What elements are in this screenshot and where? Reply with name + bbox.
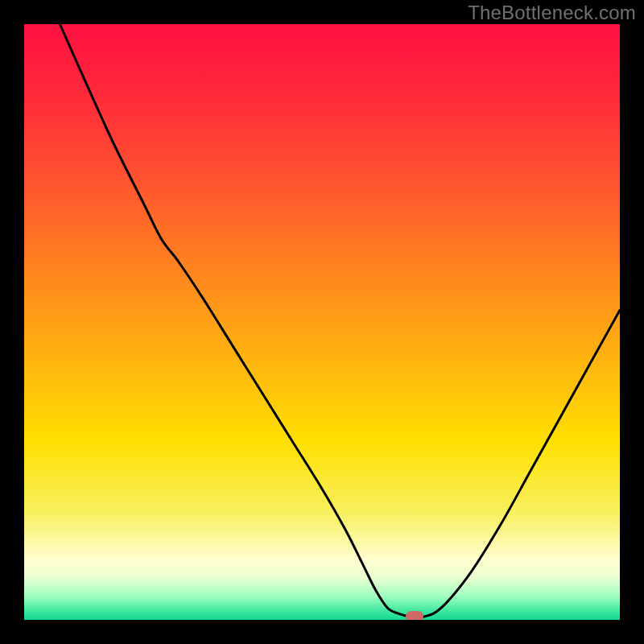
chart-frame: TheBottleneck.com (0, 0, 644, 644)
watermark-text: TheBottleneck.com (468, 2, 636, 24)
optimum-marker (406, 611, 423, 620)
plot-area (24, 24, 620, 620)
bottleneck-curve (24, 24, 620, 620)
